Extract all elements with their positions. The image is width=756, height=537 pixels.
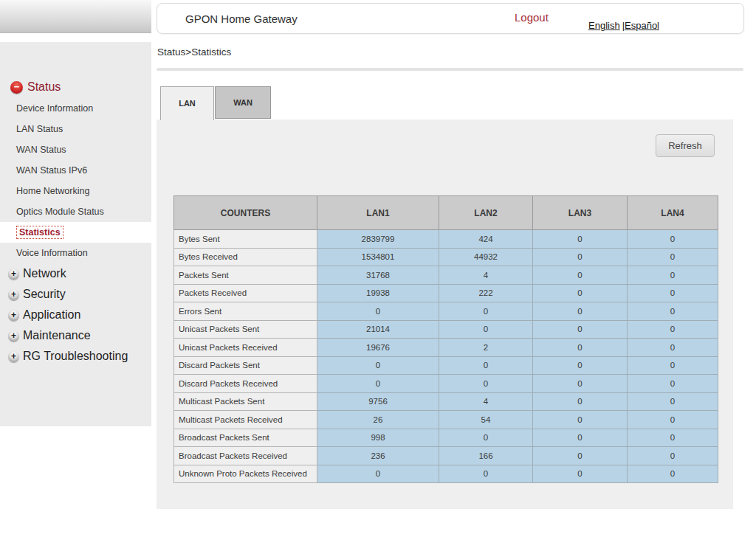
counter-label-cell: Multicast Packets Sent (174, 392, 317, 411)
counter-label-cell: Unicast Packets Received (174, 339, 317, 357)
sidebar-item-label: Statistics (16, 226, 63, 239)
counter-label-cell: Packets Sent (174, 266, 317, 285)
sidebar-item-wan-status[interactable]: WAN Status (0, 139, 151, 160)
counter-value-cell: 0 (533, 339, 628, 357)
counter-value-cell: 0 (317, 465, 439, 483)
counter-value-cell: 0 (628, 411, 718, 429)
logout-button[interactable]: Logout (515, 11, 549, 24)
counter-value-cell: 0 (533, 411, 628, 429)
sidebar-item-lan-status[interactable]: LAN Status (0, 119, 151, 139)
table-row: Errors Sent0000 (174, 302, 718, 321)
counter-label-cell: Multicast Packets Received (174, 411, 317, 429)
counter-value-cell: 222 (439, 284, 533, 302)
sidebar-item-voice-information[interactable]: Voice Information (0, 243, 151, 263)
counter-label-cell: Bytes Sent (174, 230, 317, 249)
refresh-button[interactable]: Refresh (656, 134, 715, 157)
counter-value-cell: 54 (439, 411, 533, 429)
table-row: Discard Packets Sent0000 (174, 356, 718, 375)
sidebar-item-statistics[interactable]: Statistics (0, 222, 151, 243)
counter-value-cell: 0 (533, 447, 628, 465)
page-title: GPON Home Gateway (185, 4, 298, 35)
counter-value-cell: 0 (317, 356, 439, 375)
logo-area (0, 0, 151, 33)
sidebar: − Status Device Information LAN Status W… (0, 42, 151, 426)
table-row: Multicast Packets Received265400 (174, 411, 718, 429)
sidebar-section-network[interactable]: + Network (0, 263, 151, 284)
language-link-english[interactable]: English (588, 20, 620, 31)
language-link-espanol[interactable]: |Español (622, 20, 659, 31)
sidebar-section-status[interactable]: − Status (0, 76, 151, 98)
sidebar-section-label: Security (23, 288, 66, 301)
language-switcher: English|Español (588, 20, 662, 31)
counter-value-cell: 0 (628, 302, 718, 321)
sidebar-section-label: Status (27, 80, 61, 94)
counters-table: COUNTERS LAN1 LAN2 LAN3 LAN4 Bytes Sent2… (173, 195, 718, 483)
counter-value-cell: 0 (439, 465, 533, 483)
counter-value-cell: 0 (533, 429, 628, 447)
counter-label-cell: Broadcast Packets Sent (174, 429, 317, 447)
counter-value-cell: 0 (533, 230, 628, 249)
counter-value-cell: 0 (439, 375, 533, 393)
counter-value-cell: 0 (533, 284, 628, 302)
content-divider (157, 68, 743, 71)
sidebar-section-application[interactable]: + Application (0, 305, 151, 325)
tab-wan[interactable]: WAN (215, 86, 271, 119)
collapse-icon[interactable]: − (10, 81, 23, 94)
counter-value-cell: 0 (533, 320, 628, 339)
counter-value-cell: 0 (439, 356, 533, 375)
expand-icon[interactable]: + (8, 289, 19, 300)
tab-lan[interactable]: LAN (160, 86, 214, 120)
expand-icon[interactable]: + (8, 268, 19, 280)
counter-value-cell: 0 (533, 375, 628, 393)
sidebar-item-home-networking[interactable]: Home Networking (0, 181, 151, 201)
table-row: Bytes Received15348014493200 (174, 248, 718, 266)
table-row: Broadcast Packets Received23616600 (174, 447, 718, 465)
sidebar-section-label: Network (23, 267, 66, 280)
counter-value-cell: 0 (533, 465, 628, 483)
counter-label-cell: Broadcast Packets Received (174, 447, 317, 465)
sidebar-item-wan-status-ipv6[interactable]: WAN Status IPv6 (0, 160, 151, 181)
counter-value-cell: 21014 (317, 320, 439, 339)
sidebar-section-label: RG Troubleshooting (23, 350, 128, 363)
counters-table-body: Bytes Sent283979942400Bytes Received1534… (174, 230, 718, 483)
counter-value-cell: 236 (317, 447, 439, 465)
sidebar-item-device-information[interactable]: Device Information (0, 98, 151, 119)
table-row: Multicast Packets Sent9756400 (174, 392, 718, 411)
counter-value-cell: 0 (628, 284, 718, 302)
sidebar-section-rg-troubleshooting[interactable]: + RG Troubleshooting (0, 346, 151, 367)
column-header-lan3: LAN3 (533, 196, 628, 230)
counter-value-cell: 44932 (439, 248, 533, 266)
counter-value-cell: 0 (628, 339, 718, 357)
breadcrumb: Status>Statistics (157, 46, 231, 58)
sidebar-item-optics-module-status[interactable]: Optics Module Status (0, 201, 151, 222)
counter-value-cell: 424 (439, 230, 533, 249)
counter-label-cell: Discard Packets Received (174, 375, 317, 393)
counter-value-cell: 2 (439, 339, 533, 357)
counter-value-cell: 0 (317, 375, 439, 393)
sidebar-section-security[interactable]: + Security (0, 284, 151, 305)
expand-icon[interactable]: + (8, 310, 19, 321)
counter-label-cell: Unknown Proto Packets Received (174, 465, 317, 483)
expand-icon[interactable]: + (8, 351, 19, 362)
counter-label-cell: Discard Packets Sent (174, 356, 317, 375)
counter-value-cell: 0 (533, 302, 628, 321)
sidebar-section-label: Application (23, 308, 80, 322)
column-header-lan4: LAN4 (628, 196, 718, 230)
counter-label-cell: Packets Received (174, 284, 317, 302)
counter-value-cell: 0 (628, 447, 718, 465)
table-row: Unicast Packets Sent21014000 (174, 320, 718, 339)
column-header-counters: COUNTERS (174, 196, 317, 230)
counter-value-cell: 0 (628, 429, 718, 447)
table-row: Unicast Packets Received19676200 (174, 339, 718, 357)
sidebar-section-maintenance[interactable]: + Maintenance (0, 325, 151, 346)
counter-value-cell: 166 (439, 447, 533, 465)
counter-value-cell: 0 (628, 230, 718, 249)
table-row: Unknown Proto Packets Received0000 (174, 465, 718, 483)
table-header-row: COUNTERS LAN1 LAN2 LAN3 LAN4 (174, 196, 718, 230)
table-row: Packets Sent31768400 (174, 266, 718, 285)
table-row: Packets Received1993822200 (174, 284, 718, 302)
counter-value-cell: 0 (317, 302, 439, 321)
counter-value-cell: 0 (533, 392, 628, 411)
counter-label-cell: Errors Sent (174, 302, 317, 321)
expand-icon[interactable]: + (8, 330, 19, 342)
